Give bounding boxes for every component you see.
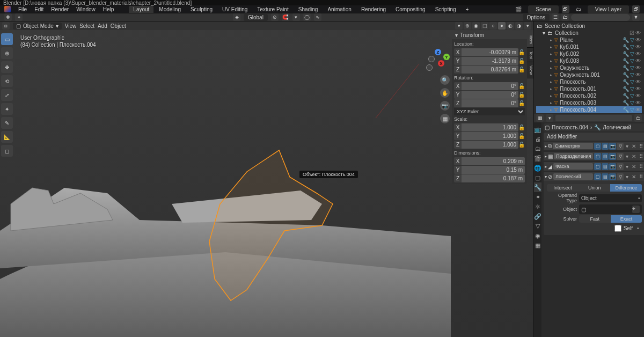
- mode-selector[interactable]: ▢Object Mode▾: [13, 23, 62, 30]
- viewport[interactable]: ⧈ ▢Object Mode▾ View Select Add Object ▾…: [0, 21, 533, 337]
- lock-icon[interactable]: 🔓: [518, 67, 525, 72]
- tab-texture-icon[interactable]: ▦: [534, 240, 541, 250]
- editmode-icon[interactable]: ▤: [602, 153, 609, 160]
- drag-handle-icon[interactable]: ⠿: [638, 153, 644, 159]
- menu-help[interactable]: Help: [100, 6, 118, 13]
- lock-icon[interactable]: 🔓: [518, 58, 525, 64]
- realtime-icon[interactable]: ▢: [594, 173, 601, 180]
- scale-tool[interactable]: ⤢: [1, 89, 13, 101]
- mesh-data-icon[interactable]: ▽: [630, 93, 634, 99]
- tab-data-icon[interactable]: ▽: [534, 221, 541, 231]
- render-icon[interactable]: 📷: [609, 153, 616, 160]
- eyedropper-icon[interactable]: ⌖: [632, 206, 640, 213]
- outliner-item[interactable]: ▸▽Куб.003🔧▽👁: [536, 57, 642, 64]
- rot-z[interactable]: 0°: [462, 99, 518, 107]
- solver-exact[interactable]: Exact: [611, 215, 642, 223]
- dim-x[interactable]: 0.209 m: [462, 157, 525, 165]
- chevron-down-icon[interactable]: ▾: [545, 174, 547, 179]
- options-dropdown[interactable]: Options: [523, 14, 550, 21]
- menu-render[interactable]: Render: [48, 6, 72, 13]
- viewlayer-selector[interactable]: View Layer: [588, 5, 629, 13]
- modifier-name[interactable]: Логический: [553, 173, 593, 180]
- scale-z[interactable]: 1.000: [462, 141, 518, 149]
- rotation-mode[interactable]: XYZ Euler: [454, 108, 525, 115]
- cage-icon[interactable]: ▽: [617, 153, 624, 160]
- chevron-right-icon[interactable]: ▸: [545, 164, 547, 169]
- eye-icon[interactable]: 👁: [635, 58, 641, 64]
- dim-y[interactable]: 0.15 m: [462, 166, 525, 174]
- snap-dropdown-icon[interactable]: ▾: [292, 13, 300, 21]
- axis-z-icon[interactable]: Z: [435, 49, 441, 55]
- tab-constraints-icon[interactable]: 🔗: [534, 211, 541, 221]
- drag-handle-icon[interactable]: ⠿: [638, 164, 644, 170]
- header-object[interactable]: Object: [111, 23, 126, 29]
- loc-y[interactable]: -1.3173 m: [462, 57, 518, 65]
- filter-funnel-icon[interactable]: ▼: [632, 13, 640, 21]
- orientation-dropdown[interactable]: Global: [244, 14, 268, 21]
- snap-icon[interactable]: 🧲: [282, 13, 289, 21]
- tab-animation[interactable]: Animation: [323, 6, 355, 13]
- realtime-icon[interactable]: ▢: [594, 143, 601, 150]
- tab-world-icon[interactable]: 🌐: [534, 163, 541, 173]
- xray-icon[interactable]: ⬚: [481, 22, 488, 30]
- zoom-icon[interactable]: 🔍: [440, 75, 450, 85]
- tab-scripting[interactable]: Scripting: [431, 6, 460, 13]
- select-tool[interactable]: ▭: [1, 33, 13, 45]
- close-icon[interactable]: ✕: [631, 143, 637, 149]
- lock-icon[interactable]: 🔓: [518, 142, 525, 148]
- op-union[interactable]: Union: [579, 184, 610, 192]
- lock-icon[interactable]: 🔓: [518, 92, 525, 98]
- modifier-menu-icon[interactable]: ▾: [625, 153, 630, 159]
- persp-icon[interactable]: ▦: [440, 114, 450, 123]
- mod-icon[interactable]: 🔧: [623, 37, 629, 43]
- gizmo-toggle-icon[interactable]: ⊕: [464, 22, 471, 30]
- chevron-right-icon[interactable]: ▸: [545, 154, 547, 159]
- scale-y[interactable]: 1.000: [462, 132, 518, 140]
- close-icon[interactable]: ✕: [631, 174, 637, 180]
- mesh-data-icon[interactable]: ▽: [630, 58, 634, 64]
- ntab-view[interactable]: View: [527, 62, 533, 78]
- mesh-data-icon[interactable]: ▽: [630, 37, 634, 43]
- proportional-icon[interactable]: ◯: [303, 13, 311, 21]
- modifier-menu-icon[interactable]: ▾: [625, 164, 630, 170]
- cage-icon[interactable]: ▽: [617, 173, 624, 180]
- tab-layout[interactable]: Layout: [129, 6, 153, 13]
- new-layer-icon[interactable]: 🗗: [632, 5, 640, 13]
- editor-type-icon[interactable]: ⧈: [2, 22, 10, 30]
- mod-icon[interactable]: 🔧: [623, 65, 629, 71]
- scene-selector[interactable]: Scene: [528, 5, 558, 13]
- type-icon[interactable]: ▾: [546, 114, 553, 122]
- solid-icon[interactable]: ●: [498, 22, 506, 30]
- mod-icon[interactable]: 🔧: [623, 79, 629, 85]
- editmode-icon[interactable]: ▤: [602, 143, 609, 150]
- axis-x-icon[interactable]: X: [438, 60, 444, 67]
- axis-neg-icon[interactable]: [428, 56, 435, 62]
- new-collection-icon[interactable]: 🗀: [634, 114, 642, 122]
- eye-icon[interactable]: 👁: [635, 100, 641, 106]
- close-icon[interactable]: ✕: [631, 153, 637, 159]
- annotate-icon[interactable]: ⌖: [15, 13, 23, 21]
- tab-sculpting[interactable]: Sculpting: [186, 6, 217, 13]
- add-modifier-dropdown[interactable]: Add Modifier: [544, 133, 644, 141]
- axis-y-icon[interactable]: Y: [443, 54, 450, 60]
- outliner-item[interactable]: ▸▽Окружность🔧▽👁: [536, 64, 642, 71]
- outliner-search[interactable]: [571, 14, 630, 21]
- tab-texturepaint[interactable]: Texture Paint: [253, 6, 292, 13]
- tab-viewlayer-icon[interactable]: 🗂: [534, 144, 541, 153]
- rendered-icon[interactable]: ◑: [515, 22, 523, 30]
- tab-compositing[interactable]: Compositing: [391, 6, 430, 13]
- eye-icon[interactable]: 👁: [635, 93, 641, 99]
- outliner-item[interactable]: ▸▽Куб.002🔧▽👁: [536, 50, 642, 57]
- header-select[interactable]: Select: [79, 23, 94, 29]
- header-view[interactable]: View: [65, 23, 77, 29]
- outliner-filter-input[interactable]: [555, 115, 632, 121]
- view-select-icon[interactable]: ▾: [455, 22, 463, 30]
- eye-icon[interactable]: 👁: [635, 51, 641, 57]
- annotate-tool[interactable]: ✎: [1, 117, 13, 129]
- outliner-item[interactable]: ▸▽Плоскость.004🔧▽👁: [536, 106, 642, 113]
- header-add[interactable]: Add: [98, 23, 107, 29]
- transform-tool[interactable]: ✦: [1, 103, 13, 115]
- proportional-type-icon[interactable]: ∿: [314, 13, 321, 21]
- modifier-name[interactable]: Фаска: [553, 163, 593, 170]
- mod-icon[interactable]: 🔧: [623, 58, 629, 64]
